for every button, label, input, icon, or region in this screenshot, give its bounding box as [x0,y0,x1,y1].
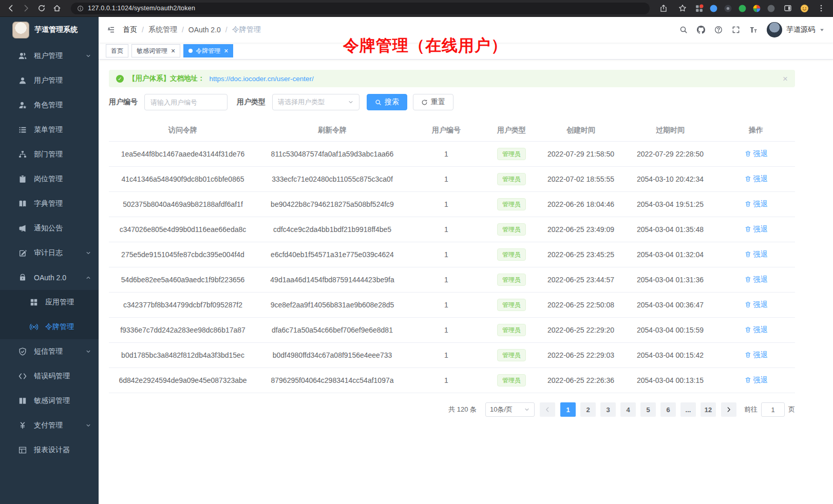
share-icon[interactable] [657,2,670,15]
app-logo[interactable]: 芋道管理系统 [0,17,99,43]
page-number-2[interactable]: 2 [580,402,596,417]
extension-gray-icon[interactable] [767,4,775,13]
tab-close-icon[interactable]: × [224,47,228,54]
page-number-3[interactable]: 3 [600,402,616,417]
tab-sensitive-word[interactable]: 敏感词管理× [131,44,180,57]
force-logout-label: 强退 [753,325,768,335]
search-button[interactable]: 搜索 [367,94,407,110]
reset-button-label: 重置 [431,98,445,107]
alert-close-icon[interactable]: × [783,74,788,83]
reload-button[interactable] [35,2,48,15]
help-icon[interactable] [714,26,723,34]
force-logout-button[interactable]: 强退 [745,300,768,309]
split-view-icon[interactable] [781,2,794,15]
created-time-cell: 2022-06-25 23:45:25 [538,250,623,259]
page-size-select[interactable]: 10条/页 [485,402,535,417]
sidebar-item-oauth2-app[interactable]: 应用管理 [0,290,99,315]
user-icon [18,76,27,85]
chevron-down-icon [85,348,91,355]
sidebar-item-oauth2-token[interactable]: 令牌管理 [0,315,99,339]
browser-profile-avatar[interactable] [800,4,809,13]
page-ellipsis[interactable]: ... [680,402,696,417]
sidebar-item-notice[interactable]: 通知公告 [0,216,99,241]
breadcrumb-item[interactable]: 系统管理 [148,25,177,34]
sidebar-item-dept[interactable]: 部门管理 [0,142,99,167]
page-number-1[interactable]: 1 [560,402,576,417]
sidebar-item-oauth2[interactable]: OAuth 2.0 [0,265,99,290]
bookmark-star-icon[interactable] [676,2,689,15]
force-logout-button[interactable]: 强退 [745,275,768,284]
prev-page-button[interactable] [540,402,555,417]
force-logout-button[interactable]: 强退 [745,325,768,335]
sidebar-item-menu[interactable]: 菜单管理 [0,118,99,142]
search-icon[interactable] [679,26,688,34]
force-logout-label: 强退 [753,275,768,284]
tab-token[interactable]: 令牌管理× [183,44,233,57]
extension-grid-icon[interactable] [695,4,704,13]
site-info-icon[interactable] [77,5,84,12]
breadcrumb-item[interactable]: OAuth 2.0 [188,26,221,34]
force-logout-button[interactable]: 强退 [745,175,768,184]
goto-input[interactable] [761,402,785,417]
next-page-button[interactable] [721,402,736,417]
chevron-down-icon [348,99,354,105]
force-logout-button[interactable]: 强退 [745,200,768,209]
page-number-4[interactable]: 4 [620,402,636,417]
forward-button[interactable] [20,2,33,15]
font-size-icon[interactable] [749,26,758,34]
sidebar-item-label: OAuth 2.0 [34,274,78,282]
sidebar-item-audit-log[interactable]: 审计日志 [0,241,99,265]
sidebar-item-sensitive-word[interactable]: 敏感词管理 [0,389,99,413]
alert-link[interactable]: https://doc.iocoder.cn/user-center/ [210,75,314,83]
sidebar-item-error-code[interactable]: 错误码管理 [0,364,99,389]
back-arrow-icon [7,4,15,12]
fullscreen-icon[interactable] [732,26,740,34]
user-type-cell: 管理员 [485,374,538,386]
user-type-select[interactable]: 请选择用户类型 [272,94,359,110]
sidebar-item-label: 部门管理 [34,150,91,159]
sidebar-item-user[interactable]: 用户管理 [0,68,99,93]
user-id-cell: 1 [408,351,485,359]
extension-green-icon[interactable] [738,4,747,13]
user-id-input[interactable] [144,94,228,110]
user-menu[interactable]: 芋道源码 [767,22,825,37]
chevron-down-icon [524,406,530,413]
sidebar-item-sms[interactable]: 短信管理 [0,339,99,364]
home-button[interactable] [50,2,64,15]
page-number-12[interactable]: 12 [701,402,716,417]
user-type-cell: 管理员 [485,223,538,236]
user-type-cell: 管理员 [485,248,538,261]
table-row: 1ea5e44f8bc1467aaede43144f31de76811c5304… [109,142,795,167]
user-type-cell: 管理员 [485,349,538,361]
force-logout-button[interactable]: 强退 [745,149,768,159]
tab-home[interactable]: 首页 [106,44,128,57]
page-number-5[interactable]: 5 [640,402,656,417]
force-logout-button[interactable]: 强退 [745,376,768,385]
reset-button[interactable]: 重置 [413,94,453,110]
user-id-cell: 1 [408,150,485,158]
sidebar-item-tenant[interactable]: 租户管理 [0,44,99,68]
sidebar-item-label: 租户管理 [34,51,78,61]
force-logout-button[interactable]: 强退 [745,225,768,234]
sidebar-item-report-designer[interactable]: 报表设计器 [0,438,99,462]
sidebar-item-role[interactable]: 角色管理 [0,93,99,118]
github-icon[interactable] [697,26,705,34]
expire-time-cell: 2054-03-04 00:15:59 [623,326,717,334]
back-button[interactable] [4,2,17,15]
extension-blue-icon[interactable] [709,4,718,13]
extension-multicolor-icon[interactable] [752,4,761,13]
user-id-cell: 1 [408,276,485,284]
sidebar-toggle[interactable] [107,26,115,34]
browser-menu-icon[interactable] [815,2,828,15]
tab-close-icon[interactable]: × [171,47,175,54]
force-logout-button[interactable]: 强退 [745,250,768,259]
sidebar-item-pay[interactable]: 支付管理 [0,413,99,438]
page-number-6[interactable]: 6 [660,402,676,417]
url-bar[interactable]: 127.0.0.1:1024/system/oauth2/token [71,3,650,14]
sidebar-item-dict[interactable]: 字典管理 [0,191,99,216]
breadcrumb-item[interactable]: 首页 [123,25,137,34]
sidebar-item-post[interactable]: 岗位管理 [0,167,99,191]
force-logout-button[interactable]: 强退 [745,351,768,360]
extension-dark-icon[interactable] [724,4,732,13]
tab-label: 敏感词管理 [137,47,167,55]
